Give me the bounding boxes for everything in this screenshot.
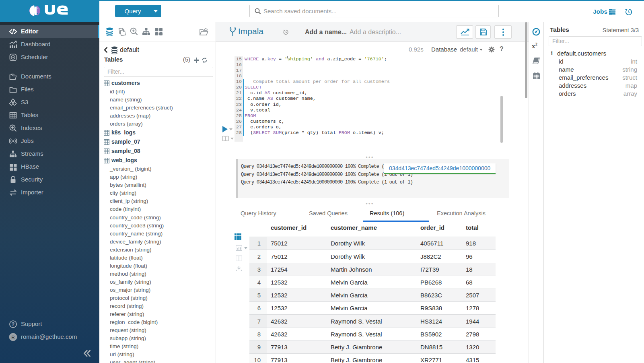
svg-text:?: ? <box>12 322 14 327</box>
svg-text:R: R <box>11 335 14 340</box>
